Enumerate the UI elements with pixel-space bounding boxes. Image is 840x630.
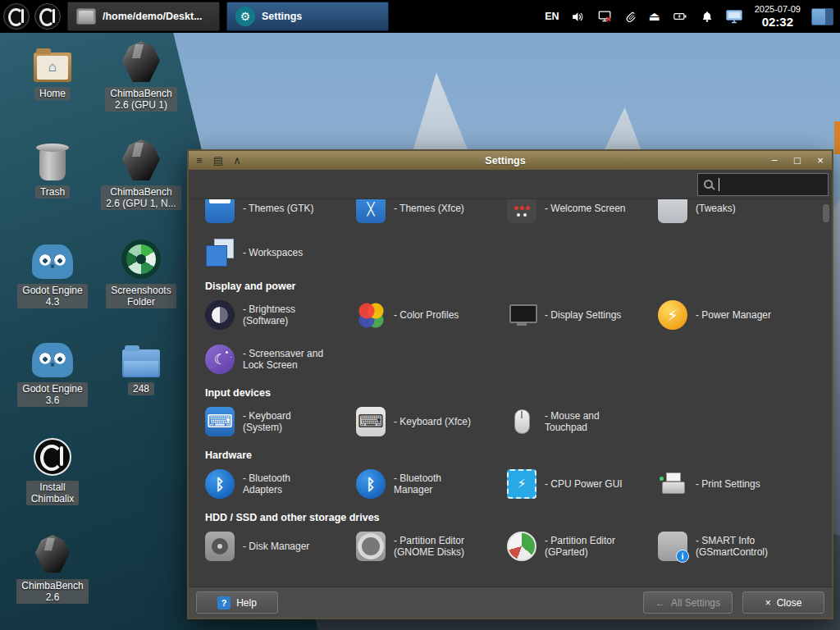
settings-content: - Themes (GTK) ╳ - Themes (Xfce) - Welco… <box>189 199 832 587</box>
settings-toolbar <box>189 170 832 199</box>
display-plugin-icon[interactable] <box>725 9 744 25</box>
settings-item-mouse-touchpad[interactable]: - Mouse and Touchpad <box>507 405 658 438</box>
cross-glyph: ╳ <box>367 203 374 215</box>
desktop-icon-trash[interactable]: Trash <box>10 138 95 236</box>
wallpaper-accent <box>834 121 840 154</box>
eject-icon[interactable]: ⏏ <box>649 9 660 24</box>
scrollbar-thumb[interactable] <box>823 204 829 222</box>
task-label: Settings <box>262 11 302 22</box>
desktop-icon-chimbabench-gpu1[interactable]: ChimbaBench 2.6 (GPU 1) <box>98 39 184 138</box>
close-label: Close <box>777 597 802 609</box>
taskbar-window-file-manager[interactable]: /home/demo/Deskt... <box>67 2 220 31</box>
all-settings-button[interactable]: ← All Settings <box>643 591 733 614</box>
desktop-icon-godot-43[interactable]: Godot Engine 4.3 <box>10 236 95 335</box>
section-storage: HDD / SSD and other storage drives - Dis… <box>205 512 832 563</box>
settings-item-keyboard-system[interactable]: ⌨ - Keyboard (System) <box>205 405 356 438</box>
section-header: HDD / SSD and other storage drives <box>205 512 832 523</box>
disk-manager-icon <box>205 532 235 561</box>
moon-glyph: ☾ <box>213 353 226 367</box>
titlebar[interactable]: ≡ ▤ ∧ Settings − □ × <box>189 151 832 170</box>
section-header: Hardware <box>205 450 832 461</box>
minimize-button[interactable]: − <box>768 155 781 166</box>
section-workspaces: - Workspaces <box>205 236 832 269</box>
power-battery-icon[interactable] <box>671 9 689 24</box>
printer-ready-led <box>660 477 664 481</box>
show-desktop-button[interactable] <box>811 8 833 25</box>
settings-item-display-settings[interactable]: - Display Settings <box>507 299 658 331</box>
section-header: Display and power <box>205 281 832 292</box>
keyboard-glyph: ⌨ <box>207 413 233 431</box>
section-display-power: Display and power - Brightness (Software… <box>205 281 832 376</box>
settings-item-tweaks[interactable]: (Tweaks) <box>658 199 809 225</box>
settings-app-icon: ⚙ <box>235 7 255 26</box>
keyboard-layout-indicator[interactable]: EN <box>545 11 559 22</box>
settings-item-power-manager[interactable]: ⚡ - Power Manager <box>658 299 809 331</box>
chimbabench-icon <box>122 41 160 82</box>
tweaks-icon <box>658 199 687 223</box>
trash-icon <box>39 149 66 180</box>
search-icon <box>704 180 713 189</box>
desktop-icon-248[interactable]: 248 <box>98 335 184 433</box>
section-appearance: - Themes (GTK) ╳ - Themes (Xfce) - Welco… <box>205 199 832 225</box>
bluetooth-glyph: ᛒ <box>215 477 224 492</box>
keyboard-system-icon: ⌨ <box>205 407 235 436</box>
back-arrow-icon: ← <box>655 598 665 608</box>
close-dialog-button[interactable]: × Close <box>742 591 824 614</box>
desktop-icon-chimbabench-gpu1-n[interactable]: ChimbaBench 2.6 (GPU 1, N... <box>98 138 184 236</box>
chimbalix-launcher-icon-2[interactable] <box>34 3 61 30</box>
settings-item-workspaces[interactable]: - Workspaces <box>205 236 356 269</box>
settings-item-bluetooth-adapters[interactable]: ᛒ - Bluetooth Adapters <box>205 468 356 500</box>
window-sticky-icon[interactable]: ▤ <box>212 155 224 166</box>
titlebar-left-icons: ≡ ▤ ∧ <box>194 155 243 166</box>
settings-item-screensaver[interactable]: ☾ - Screensaver and Lock Screen <box>205 343 356 376</box>
printer-icon <box>658 469 687 499</box>
desktop-icon-chimbabench[interactable]: ChimbaBench 2.6 <box>10 532 95 630</box>
settings-item-themes-xfce[interactable]: ╳ - Themes (Xfce) <box>356 199 507 225</box>
godot-icon <box>32 244 73 279</box>
notifications-bell-icon[interactable] <box>700 9 714 25</box>
info-badge: i <box>676 550 689 563</box>
settings-item-welcome-screen[interactable]: - Welcome Screen <box>507 199 658 225</box>
window-shade-icon[interactable]: ∧ <box>231 155 243 166</box>
settings-item-partition-editor-gnome-disks[interactable]: - Partition Editor (GNOME Disks) <box>356 530 507 563</box>
bolt-glyph: ⚡ <box>667 308 678 323</box>
settings-item-cpu-power-gui[interactable]: ⚡ - CPU Power GUI <box>507 468 658 500</box>
settings-window: ≡ ▤ ∧ Settings − □ × <box>187 149 833 619</box>
house-glyph: ⌂ <box>37 56 68 80</box>
help-button[interactable]: ? Help <box>196 591 278 614</box>
settings-item-partition-editor-gparted[interactable]: - Partition Editor (GParted) <box>507 530 658 563</box>
settings-item-smart-info[interactable]: i - SMART Info (GSmartControl) <box>658 530 809 563</box>
gnome-disks-icon <box>356 532 386 561</box>
settings-item-disk-manager[interactable]: - Disk Manager <box>205 530 356 563</box>
file-manager-icon <box>76 8 96 25</box>
desktop-icon-home[interactable]: ⌂ Home <box>10 39 95 138</box>
godot-icon <box>32 343 73 377</box>
workspaces-icon <box>205 238 235 267</box>
taskbar-window-settings[interactable]: ⚙ Settings <box>226 2 389 31</box>
clock[interactable]: 2025-07-09 02:32 <box>755 4 801 29</box>
window-menu-icon[interactable]: ≡ <box>194 155 205 166</box>
settings-item-brightness[interactable]: - Brightness (Software) <box>205 299 356 331</box>
desktop-icon-screenshots-folder[interactable]: Screenshoots Folder <box>98 236 184 335</box>
gparted-icon <box>507 532 536 561</box>
chimbalix-launcher-icon[interactable] <box>3 3 30 30</box>
settings-item-themes-gtk[interactable]: - Themes (GTK) <box>205 199 356 225</box>
settings-item-keyboard-xfce[interactable]: ⌨ - Keyboard (Xfce) <box>356 405 507 438</box>
clipboard-paperclip-icon[interactable] <box>624 9 638 25</box>
settings-item-color-profiles[interactable]: - Color Profiles <box>356 299 507 331</box>
volume-icon[interactable] <box>570 9 586 25</box>
desktop-icon-grid: ⌂ Home ChimbaBench 2.6 (GPU 1) Trash Chi… <box>8 39 185 630</box>
dialog-footer: ? Help ← All Settings × Close <box>189 587 832 618</box>
home-folder-icon: ⌂ <box>34 52 71 82</box>
desktop-icon-install-chimbalix[interactable]: Install Chimbalix <box>10 433 95 532</box>
display-disconnected-icon[interactable] <box>596 9 614 25</box>
taskbar-launchers <box>0 0 64 33</box>
settings-item-bluetooth-manager[interactable]: ᛒ - Bluetooth Manager <box>356 468 507 500</box>
settings-item-print-settings[interactable]: - Print Settings <box>658 468 809 500</box>
close-button[interactable]: × <box>814 155 827 166</box>
search-input[interactable] <box>697 173 829 196</box>
window-controls: − □ × <box>768 155 827 166</box>
desktop-icon-godot-36[interactable]: Godot Engine 3.6 <box>10 335 95 433</box>
maximize-button[interactable]: □ <box>791 155 804 166</box>
screensaver-icon: ☾ <box>205 345 235 374</box>
